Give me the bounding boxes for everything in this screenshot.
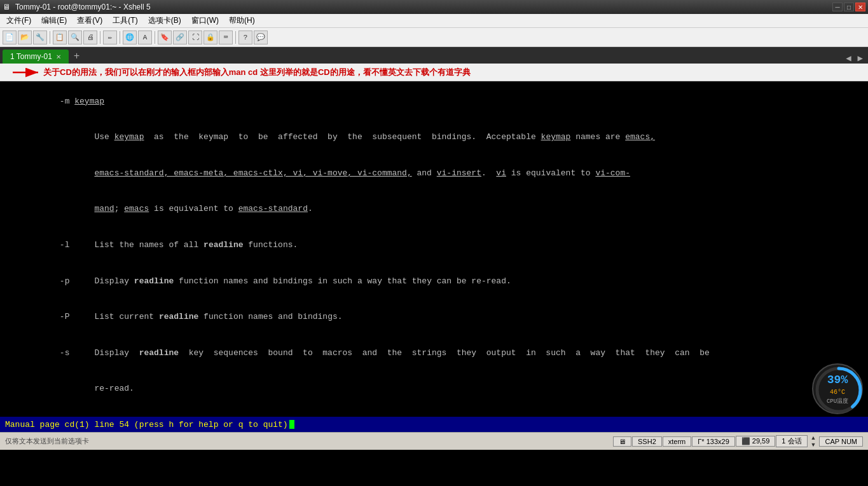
- scroll-arrows: ▲ ▼: [811, 435, 816, 448]
- menu-window[interactable]: 窗口(W): [186, 14, 224, 27]
- tab-close-icon[interactable]: ✕: [56, 53, 61, 60]
- menu-file[interactable]: 文件(F): [1, 14, 36, 27]
- bookmark-button[interactable]: 🔖: [158, 30, 172, 44]
- terminal[interactable]: -m keymap Use keymap as the keymap to be…: [0, 81, 868, 417]
- print-button[interactable]: 🖨: [83, 30, 97, 44]
- status-pos: ⬛ 29,59: [736, 436, 776, 447]
- tab-tommy01[interactable]: 1 Tommy-01 ✕: [3, 50, 69, 64]
- cpu-label: CPU温度: [827, 398, 848, 406]
- menu-tabs[interactable]: 选项卡(B): [143, 14, 186, 27]
- toolbar: 📄 📂 🔧 📋 🔍 🖨 ✏ 🌐 A 🔖 🔗 ⛶ 🔒 ⌨ ? 💬: [0, 28, 868, 47]
- toolbar-sep-4: [155, 31, 155, 44]
- status-sessions: 1 会话: [776, 435, 807, 447]
- bottom-bar: 仅将文本发送到当前选项卡 🖥 SSH2 xterm Γ* 133x29 ⬛ 29…: [0, 432, 868, 450]
- term-line: emacs-standard, emacs-meta, emacs-ctlx, …: [5, 156, 863, 192]
- cpu-temperature: 46°C: [830, 388, 845, 398]
- term-line: -s Display readline key sequences bound …: [5, 335, 863, 372]
- minimize-button[interactable]: ─: [832, 3, 843, 11]
- term-line: -p Display readline function names and b…: [5, 264, 863, 300]
- find-button[interactable]: 🔍: [68, 30, 82, 44]
- term-line: mand; emacs is equivalent to emacs-stand…: [5, 192, 863, 228]
- term-line: -m keymap: [5, 84, 863, 120]
- fullscreen-button[interactable]: ⛶: [188, 30, 202, 44]
- menu-help[interactable]: 帮助(H): [224, 14, 260, 27]
- chain-button[interactable]: 🔗: [173, 30, 187, 44]
- hint-text: 仅将文本发送到当前选项卡: [5, 436, 610, 446]
- terminal-cursor: [289, 420, 294, 429]
- term-line: -P List current readline function names …: [5, 299, 863, 335]
- status-line: Manual page cd(1) line 54 (press h for h…: [0, 417, 868, 432]
- menu-view[interactable]: 查看(V): [72, 14, 107, 27]
- titlebar: 🖥 Tommy-01 - root@tommy01:~ - Xshell 5 ─…: [0, 0, 868, 14]
- menu-edit[interactable]: 编辑(E): [36, 14, 72, 27]
- status-cap: CAP NUM: [819, 436, 863, 447]
- maximize-button[interactable]: □: [844, 3, 854, 11]
- menu-tools[interactable]: 工具(T): [107, 14, 142, 27]
- font-button[interactable]: A: [138, 30, 152, 44]
- term-line: -S Display readline key sequences bound …: [5, 407, 863, 417]
- scroll-up-arrow[interactable]: ▲: [811, 435, 816, 441]
- tab-nav-arrows: ◀ ▶: [843, 53, 865, 64]
- toolbar-sep-2: [100, 31, 100, 44]
- lock-button[interactable]: 🔒: [203, 30, 217, 44]
- properties-button[interactable]: 🔧: [33, 30, 47, 44]
- open-button[interactable]: 📂: [18, 30, 32, 44]
- toolbar-sep-1: [50, 31, 50, 44]
- term-line: Use keymap as the keymap to be affected …: [5, 120, 863, 156]
- annotation-text: 关于CD的用法，我们可以在刚才的输入框内部输入man cd 这里列举的就是CD的…: [5, 67, 471, 78]
- window-title: Tommy-01 - root@tommy01:~ - Xshell 5: [13, 3, 832, 11]
- globe-button[interactable]: 🌐: [123, 30, 137, 44]
- tab-label: 1 Tommy-01: [10, 52, 52, 61]
- menubar: 文件(F) 编辑(E) 查看(V) 工具(T) 选项卡(B) 窗口(W) 帮助(…: [0, 14, 868, 28]
- status-term: xterm: [663, 436, 692, 447]
- annotation-banner: 关于CD的用法，我们可以在刚才的输入框内部输入man cd 这里列举的就是CD的…: [0, 64, 868, 81]
- status-size: Γ* 133x29: [692, 436, 734, 447]
- chat-button[interactable]: 💬: [254, 30, 268, 44]
- compose-button[interactable]: ✏: [103, 30, 117, 44]
- new-session-button[interactable]: 📄: [3, 30, 17, 44]
- toolbar-sep-5: [235, 31, 236, 44]
- toolbar-sep-3: [120, 31, 120, 44]
- manual-page-status: Manual page cd(1) line 54 (press h for h…: [5, 420, 288, 429]
- help-button[interactable]: ?: [238, 30, 252, 44]
- term-line: -l List the names of all readline functi…: [5, 227, 863, 264]
- term-line: re-read.: [5, 371, 863, 407]
- status-icon: 🖥: [613, 436, 631, 447]
- tab-nav-left[interactable]: ◀: [843, 53, 853, 64]
- tab-nav-right[interactable]: ▶: [855, 53, 865, 64]
- tab-add-button[interactable]: +: [69, 50, 85, 64]
- tabbar: 1 Tommy-01 ✕ + ◀ ▶: [0, 47, 868, 64]
- cpu-widget: 39% 46°C CPU温度: [812, 363, 863, 414]
- cpu-percent: 39%: [827, 372, 848, 388]
- copy-button[interactable]: 📋: [53, 30, 67, 44]
- status-ssh: SSH2: [632, 436, 662, 447]
- close-button[interactable]: ✕: [855, 3, 865, 11]
- keys-button[interactable]: ⌨: [219, 30, 233, 44]
- scroll-down-arrow[interactable]: ▼: [811, 442, 816, 448]
- window-buttons: ─ □ ✕: [832, 3, 865, 11]
- app-icon: 🖥: [3, 3, 10, 11]
